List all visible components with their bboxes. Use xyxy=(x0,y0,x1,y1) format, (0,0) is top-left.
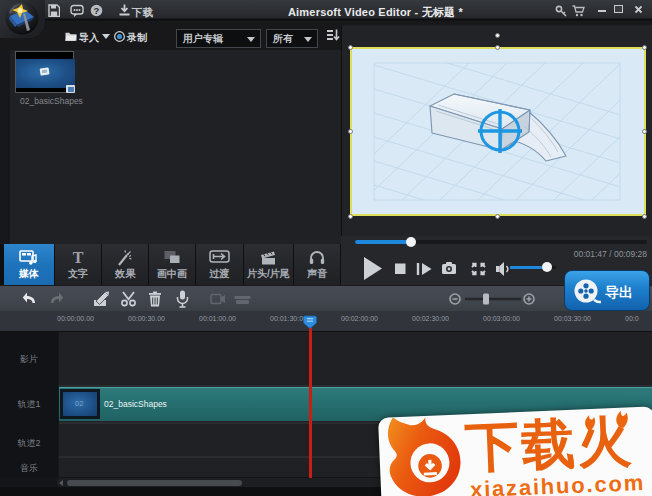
svg-text:?: ? xyxy=(94,5,100,16)
